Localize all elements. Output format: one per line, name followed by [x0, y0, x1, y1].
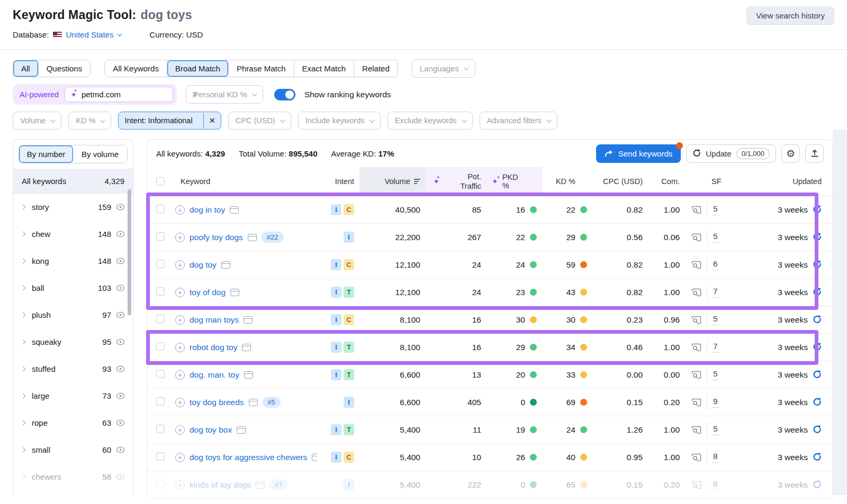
keyword-link[interactable]: dog. man. toy	[190, 370, 239, 380]
row-checkbox[interactable]	[156, 370, 165, 378]
filter-cpc-usd-[interactable]: CPC (USD)	[228, 112, 291, 130]
keyword-link[interactable]: robot dog toy	[190, 343, 237, 352]
ranking-position-badge[interactable]: #5	[263, 397, 281, 408]
row-checkbox[interactable]	[156, 205, 165, 213]
sidebar-group-item[interactable]: kong 148	[13, 248, 133, 274]
add-keyword-icon[interactable]: +	[175, 343, 185, 352]
keyword-link[interactable]: poofy toy dogs	[190, 233, 243, 242]
keyword-link[interactable]: dog toy box	[190, 425, 232, 435]
update-button[interactable]: Update 0/1,000	[686, 144, 776, 163]
serp-features-icon[interactable]	[244, 316, 253, 324]
refresh-row-icon[interactable]	[813, 315, 822, 324]
serp-features-icon[interactable]	[248, 234, 257, 241]
tab-all[interactable]: All	[13, 60, 39, 77]
serp-features-icon[interactable]	[244, 371, 253, 379]
filter-kd-[interactable]: KD %	[68, 112, 111, 130]
database-selector[interactable]: United States	[66, 30, 121, 39]
eye-icon[interactable]	[116, 285, 125, 291]
tab-phrase-match[interactable]: Phrase Match	[229, 60, 294, 77]
sidebar-group-item[interactable]: rope 63	[13, 409, 133, 436]
serp-preview-icon[interactable]	[691, 288, 701, 297]
domain-search-field[interactable]: ✕	[65, 87, 173, 102]
sf-count[interactable]: 5	[713, 232, 718, 243]
sidebar-group-item[interactable]: small 60	[13, 436, 133, 463]
refresh-row-icon[interactable]	[813, 425, 822, 434]
serp-preview-icon[interactable]	[691, 371, 701, 379]
add-keyword-icon[interactable]: +	[175, 288, 185, 297]
sf-count[interactable]: 7	[713, 287, 718, 298]
filter-exclude-keywords[interactable]: Exclude keywords	[388, 112, 473, 130]
serp-preview-icon[interactable]	[691, 398, 701, 407]
sidebar-group-item[interactable]: squeaky 95	[13, 328, 133, 355]
keyword-link[interactable]: toy dog breeds	[190, 398, 244, 407]
tab-broad-match[interactable]: Broad Match	[167, 60, 229, 77]
serp-preview-icon[interactable]	[691, 453, 701, 462]
add-keyword-icon[interactable]: +	[175, 370, 185, 380]
sidebar-group-item[interactable]: stuffed 93	[13, 355, 133, 382]
settings-button[interactable]: ⚙	[781, 144, 800, 163]
serp-features-icon[interactable]	[256, 481, 265, 489]
eye-icon[interactable]	[116, 204, 125, 210]
domain-search-input[interactable]	[82, 90, 187, 99]
keyword-link[interactable]: dog toy	[190, 260, 217, 270]
row-checkbox[interactable]	[156, 287, 165, 296]
tab-related[interactable]: Related	[354, 60, 398, 77]
sf-count[interactable]: 5	[713, 369, 718, 380]
filter-include-keywords[interactable]: Include keywords	[298, 112, 381, 130]
row-checkbox[interactable]	[156, 232, 165, 241]
tab-questions[interactable]: Questions	[39, 60, 91, 77]
add-keyword-icon[interactable]: +	[175, 398, 185, 407]
sidebar-all-keywords-row[interactable]: All keywords 4,329	[13, 169, 133, 194]
row-checkbox[interactable]	[156, 397, 165, 406]
keyword-link[interactable]: dog in toy	[190, 205, 225, 215]
row-checkbox[interactable]	[156, 260, 165, 268]
sidebar-group-item[interactable]: ball 103	[13, 274, 133, 301]
sf-count[interactable]: 5	[713, 204, 718, 215]
col-volume[interactable]: Volume	[359, 167, 426, 196]
send-keywords-button[interactable]: Send keywords	[596, 144, 681, 163]
serp-preview-icon[interactable]	[691, 343, 701, 352]
export-button[interactable]	[805, 144, 824, 163]
select-all-checkbox[interactable]	[156, 177, 165, 186]
col-updated[interactable]: Updated	[738, 167, 832, 196]
tab-by-volume[interactable]: By volume	[73, 145, 127, 163]
sf-count[interactable]: 8	[713, 479, 718, 490]
refresh-row-icon[interactable]	[813, 288, 822, 297]
languages-dropdown[interactable]: Languages	[412, 59, 475, 78]
eye-icon[interactable]	[116, 338, 125, 345]
refresh-row-icon[interactable]	[813, 370, 822, 379]
eye-icon[interactable]	[116, 311, 125, 318]
col-com[interactable]: Com.	[648, 167, 685, 196]
eye-icon[interactable]	[116, 258, 125, 264]
sidebar-group-item[interactable]: large 73	[13, 382, 133, 409]
col-sf[interactable]: SF	[685, 167, 738, 196]
filter-volume[interactable]: Volume	[13, 112, 61, 130]
add-keyword-icon[interactable]: +	[175, 425, 185, 435]
sf-count[interactable]: 5	[713, 314, 718, 325]
ranking-position-badge[interactable]: #22	[262, 232, 284, 243]
eye-icon[interactable]	[116, 446, 125, 453]
row-checkbox[interactable]	[156, 342, 165, 351]
col-pot-traffic[interactable]: Pot. Traffic	[426, 167, 486, 196]
sf-count[interactable]: 7	[713, 342, 718, 353]
serp-features-icon[interactable]	[237, 426, 246, 434]
refresh-row-icon[interactable]	[813, 343, 822, 352]
add-keyword-icon[interactable]: +	[175, 205, 185, 215]
col-cpc[interactable]: CPC (USD)	[592, 167, 648, 196]
ranking-position-badge[interactable]: #7	[269, 479, 287, 490]
refresh-row-icon[interactable]	[813, 480, 822, 489]
sidebar-group-item[interactable]: chewers 58	[13, 463, 133, 490]
row-checkbox[interactable]	[156, 315, 165, 323]
view-search-history-button[interactable]: View search history	[746, 6, 834, 25]
sidebar-scrollbar[interactable]	[128, 189, 131, 315]
serp-preview-icon[interactable]	[691, 426, 701, 434]
eye-icon[interactable]	[116, 392, 125, 399]
eye-icon[interactable]	[116, 473, 125, 480]
serp-preview-icon[interactable]	[691, 261, 701, 269]
row-checkbox[interactable]	[156, 452, 165, 461]
eye-icon[interactable]	[116, 231, 125, 237]
serp-features-icon[interactable]	[249, 399, 258, 406]
eye-icon[interactable]	[116, 419, 125, 426]
add-keyword-icon[interactable]: +	[175, 315, 185, 325]
serp-features-icon[interactable]	[230, 206, 239, 214]
